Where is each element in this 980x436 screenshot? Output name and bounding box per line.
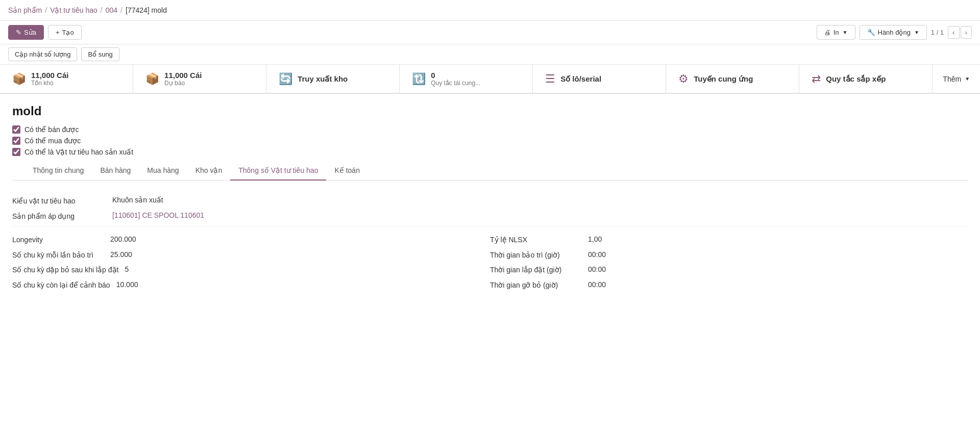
stat-lot-serial[interactable]: ☰ Số lô/serial bbox=[533, 65, 666, 93]
reorder-value: 0 bbox=[431, 71, 480, 80]
pagination-text: 1 / 1 bbox=[931, 29, 944, 36]
lot-serial-icon: ☰ bbox=[545, 72, 555, 86]
trace-value: Truy xuất kho bbox=[298, 74, 348, 84]
product-section: mold Có thể bán được Có thể mua được Có … bbox=[0, 94, 980, 186]
checkbox-consumable-row: Có thể là Vật tư tiêu hao sản xuất bbox=[12, 148, 968, 156]
specs-left: Longevity 200.000 Số chu kỳ mỗi lần bảo … bbox=[12, 235, 490, 295]
chu-ky-dap-bo-row: Số chu kỳ dập bỏ sau khi lắp đặt 5 bbox=[12, 265, 490, 275]
wrench-icon: 🔧 bbox=[867, 29, 875, 36]
next-button[interactable]: › bbox=[961, 26, 972, 39]
stock-icon: 📦 bbox=[12, 72, 26, 86]
action-dropdown-icon: ▼ bbox=[914, 30, 919, 35]
chu-ky-bao-tri-label: Số chu kỳ mỗi lần bảo trì bbox=[12, 250, 104, 261]
consumable-checkbox[interactable] bbox=[12, 148, 20, 156]
tg-go-bo-row: Thời gian gỡ bỏ (giờ) 00:00 bbox=[490, 280, 968, 291]
kieu-vat-tu-value: Khuôn sản xuất bbox=[112, 196, 163, 204]
tab-general-info[interactable]: Thông tin chung bbox=[24, 161, 92, 181]
tg-bao-tri-value: 00:00 bbox=[588, 250, 629, 259]
breadcrumb-sep-2: / bbox=[101, 6, 103, 14]
print-label: In bbox=[834, 29, 839, 36]
checkbox-can-buy-row: Có thể mua được bbox=[12, 137, 968, 145]
longevity-value: 200.000 bbox=[110, 235, 151, 243]
create-label: Tạo bbox=[62, 29, 74, 36]
breadcrumb-sep-3: / bbox=[120, 6, 122, 14]
ty-le-nlsx-label: Tỷ lệ NLSX bbox=[490, 235, 582, 245]
can-buy-checkbox[interactable] bbox=[12, 137, 20, 145]
tab-sales[interactable]: Bán hàng bbox=[92, 161, 139, 181]
san-pham-ap-dung-row: Sản phẩm áp dụng [110601] CE SPOOL 11060… bbox=[12, 211, 968, 220]
putaway-icon: ⇄ bbox=[812, 72, 821, 86]
prev-button[interactable]: ‹ bbox=[948, 26, 959, 39]
replenish-button[interactable]: Bổ sung bbox=[81, 47, 119, 61]
action-label: Hành động bbox=[878, 29, 911, 36]
stat-putaway[interactable]: ⇄ Quy tắc sắp xếp bbox=[799, 65, 933, 93]
tab-accounting[interactable]: Kế toán bbox=[326, 161, 368, 181]
stat-reorder[interactable]: 🔃 0 Quy tắc tái cung... bbox=[400, 65, 533, 93]
toolbar: ✎ Sửa + Tạo 🖨 In ▼ 🔧 Hành động ▼ 1 / 1 ‹… bbox=[0, 21, 980, 44]
chu-ky-dap-bo-value: 5 bbox=[125, 265, 165, 273]
tab-consumable-specs[interactable]: Thông số Vật tư tiêu hao bbox=[230, 161, 326, 181]
chu-ky-canh-bao-label: Số chu kỳ còn lại để cảnh báo bbox=[12, 280, 110, 291]
breadcrumb: Sản phẩm / Vật tư tiêu hao / 004 / [7742… bbox=[0, 0, 980, 21]
more-button[interactable]: Thêm ▼ bbox=[933, 65, 980, 93]
san-pham-ap-dung-value: [110601] CE SPOOL 110601 bbox=[112, 211, 204, 219]
more-label: Thêm bbox=[943, 75, 961, 83]
update-quantity-button[interactable]: Cập nhật số lượng bbox=[8, 47, 77, 61]
form-section: Kiểu vật tư tiêu hao Khuôn sản xuất Sản … bbox=[0, 186, 980, 305]
breadcrumb-sep-1: / bbox=[45, 6, 47, 14]
chu-ky-canh-bao-value: 10.000 bbox=[116, 280, 157, 289]
pagination: 1 / 1 bbox=[931, 29, 944, 36]
stat-forecast[interactable]: 📦 11,000 Cái Dự báo bbox=[133, 65, 266, 93]
tg-go-bo-label: Thời gian gỡ bỏ (giờ) bbox=[490, 280, 582, 291]
tab-purchase[interactable]: Mua hàng bbox=[139, 161, 187, 181]
reorder-icon: 🔃 bbox=[412, 72, 426, 86]
chu-ky-dap-bo-label: Số chu kỳ dập bỏ sau khi lắp đặt bbox=[12, 265, 118, 275]
edit-label: Sửa bbox=[24, 29, 36, 36]
chu-ky-bao-tri-row: Số chu kỳ mỗi lần bảo trì 25.000 bbox=[12, 250, 490, 261]
san-pham-ap-dung-link[interactable]: [110601] CE SPOOL 110601 bbox=[112, 211, 204, 219]
edit-icon: ✎ bbox=[16, 29, 21, 36]
stat-trace[interactable]: 🔄 Truy xuất kho bbox=[266, 65, 400, 93]
can-sell-checkbox[interactable] bbox=[12, 125, 20, 134]
action-button[interactable]: 🔧 Hành động ▼ bbox=[860, 25, 927, 40]
breadcrumb-san-pham[interactable]: Sản phẩm bbox=[8, 6, 42, 14]
longevity-row: Longevity 200.000 bbox=[12, 235, 490, 245]
tg-bao-tri-row: Thời gian bảo trì (giờ) 00:00 bbox=[490, 250, 968, 261]
supply-route-value: Tuyến cung ứng bbox=[694, 74, 753, 84]
specs-right: Tỷ lệ NLSX 1,00 Thời gian bảo trì (giờ) … bbox=[490, 235, 968, 295]
print-button[interactable]: 🖨 In ▼ bbox=[817, 25, 855, 40]
section-divider bbox=[12, 226, 968, 227]
kieu-vat-tu-row: Kiểu vật tư tiêu hao Khuôn sản xuất bbox=[12, 196, 968, 205]
can-sell-label: Có thể bán được bbox=[24, 125, 79, 134]
tabs: Thông tin chung Bán hàng Mua hàng Kho vậ… bbox=[12, 161, 968, 181]
stock-value: 11,000 Cái bbox=[31, 71, 68, 80]
tg-lap-dat-row: Thời gian lắp đặt (giờ) 00:00 bbox=[490, 265, 968, 275]
kieu-vat-tu-label: Kiểu vật tư tiêu hao bbox=[12, 196, 104, 205]
breadcrumb-vat-tu[interactable]: Vật tư tiêu hao bbox=[50, 6, 97, 14]
forecast-value: 11,000 Cái bbox=[164, 71, 202, 80]
specs-grid: Longevity 200.000 Số chu kỳ mỗi lần bảo … bbox=[12, 235, 968, 295]
tg-go-bo-value: 00:00 bbox=[588, 280, 629, 289]
action-row: Cập nhật số lượng Bổ sung bbox=[0, 44, 980, 65]
tg-bao-tri-label: Thời gian bảo trì (giờ) bbox=[490, 250, 582, 261]
product-title: mold bbox=[12, 104, 968, 118]
print-icon: 🖨 bbox=[824, 29, 831, 36]
forecast-label: Dự báo bbox=[164, 80, 202, 87]
stat-stock[interactable]: 📦 11,000 Cái Tồn kho bbox=[0, 65, 133, 93]
breadcrumb-004[interactable]: 004 bbox=[106, 6, 117, 14]
ty-le-nlsx-row: Tỷ lệ NLSX 1,00 bbox=[490, 235, 968, 245]
tab-inventory[interactable]: Kho vận bbox=[187, 161, 231, 181]
stock-label: Tồn kho bbox=[31, 80, 68, 87]
tg-lap-dat-value: 00:00 bbox=[588, 265, 629, 273]
chu-ky-canh-bao-row: Số chu kỳ còn lại để cảnh báo 10.000 bbox=[12, 280, 490, 291]
stat-supply-route[interactable]: ⚙ Tuyến cung ứng bbox=[666, 65, 799, 93]
consumable-label: Có thể là Vật tư tiêu hao sản xuất bbox=[24, 148, 133, 156]
edit-button[interactable]: ✎ Sửa bbox=[8, 25, 44, 40]
tg-lap-dat-label: Thời gian lắp đặt (giờ) bbox=[490, 265, 582, 275]
create-button[interactable]: + Tạo bbox=[48, 25, 82, 40]
checkbox-can-sell-row: Có thể bán được bbox=[12, 125, 968, 134]
more-dropdown-icon: ▼ bbox=[965, 76, 970, 82]
print-dropdown-icon: ▼ bbox=[843, 30, 848, 35]
san-pham-ap-dung-label: Sản phẩm áp dụng bbox=[12, 211, 104, 220]
forecast-icon: 📦 bbox=[145, 72, 159, 86]
